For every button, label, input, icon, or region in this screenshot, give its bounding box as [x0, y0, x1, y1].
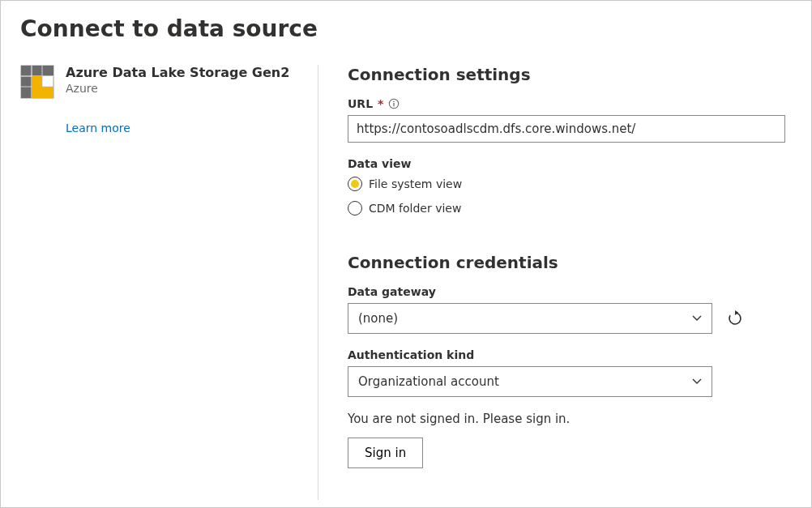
radio-cdm-folder-view[interactable]: CDM folder view — [348, 201, 785, 216]
signin-status-text: You are not signed in. Please sign in. — [348, 412, 785, 426]
url-label: URL — [348, 97, 373, 110]
url-field-block: URL * — [348, 97, 785, 143]
data-gateway-select[interactable]: (none) — [348, 303, 712, 334]
connection-settings-heading: Connection settings — [348, 65, 785, 84]
chevron-down-icon — [692, 314, 702, 323]
auth-kind-block: Authentication kind Organizational accou… — [348, 348, 785, 397]
svg-rect-7 — [32, 87, 42, 98]
data-gateway-label: Data gateway — [348, 285, 785, 298]
refresh-icon[interactable] — [727, 310, 743, 327]
data-gateway-block: Data gateway (none) — [348, 285, 785, 334]
connector-subtitle: Azure — [66, 82, 289, 95]
data-lake-icon — [20, 65, 54, 99]
connect-datasource-dialog: Connect to data source Azure Dat — [0, 0, 812, 508]
url-input[interactable] — [348, 115, 785, 143]
svg-rect-8 — [42, 87, 53, 98]
right-column: Connection settings URL * Data view — [318, 65, 792, 500]
columns: Azure Data Lake Storage Gen2 Azure Learn… — [20, 65, 792, 500]
required-asterisk: * — [378, 97, 383, 110]
page-title: Connect to data source — [20, 15, 792, 42]
radio-label-cdm: CDM folder view — [369, 202, 461, 215]
radio-circle-selected — [348, 177, 362, 191]
connection-credentials-heading: Connection credentials — [348, 253, 785, 272]
connector-row: Azure Data Lake Storage Gen2 Azure — [20, 65, 308, 99]
data-view-label: Data view — [348, 157, 785, 170]
auth-kind-value: Organizational account — [358, 374, 499, 389]
data-gateway-row: (none) — [348, 303, 785, 334]
data-gateway-value: (none) — [358, 311, 398, 326]
data-view-block: Data view File system view CDM folder vi… — [348, 157, 785, 216]
svg-rect-12 — [394, 103, 395, 106]
svg-rect-9 — [32, 76, 42, 87]
radio-circle-unselected — [348, 201, 362, 216]
svg-rect-2 — [21, 66, 32, 98]
radio-file-system-view[interactable]: File system view — [348, 177, 785, 191]
auth-kind-label: Authentication kind — [348, 348, 785, 361]
info-icon[interactable] — [388, 98, 400, 109]
chevron-down-icon — [692, 377, 702, 386]
connector-text: Azure Data Lake Storage Gen2 Azure — [66, 65, 289, 95]
radio-label-file-system: File system view — [369, 177, 462, 190]
sign-in-button[interactable]: Sign in — [348, 438, 423, 468]
url-label-row: URL * — [348, 97, 785, 110]
auth-kind-select[interactable]: Organizational account — [348, 366, 712, 397]
learn-more-link[interactable]: Learn more — [66, 122, 130, 134]
svg-point-11 — [394, 101, 395, 103]
data-view-radio-group: File system view CDM folder view — [348, 177, 785, 216]
connector-name: Azure Data Lake Storage Gen2 — [66, 65, 289, 80]
left-column: Azure Data Lake Storage Gen2 Azure Learn… — [20, 65, 318, 500]
